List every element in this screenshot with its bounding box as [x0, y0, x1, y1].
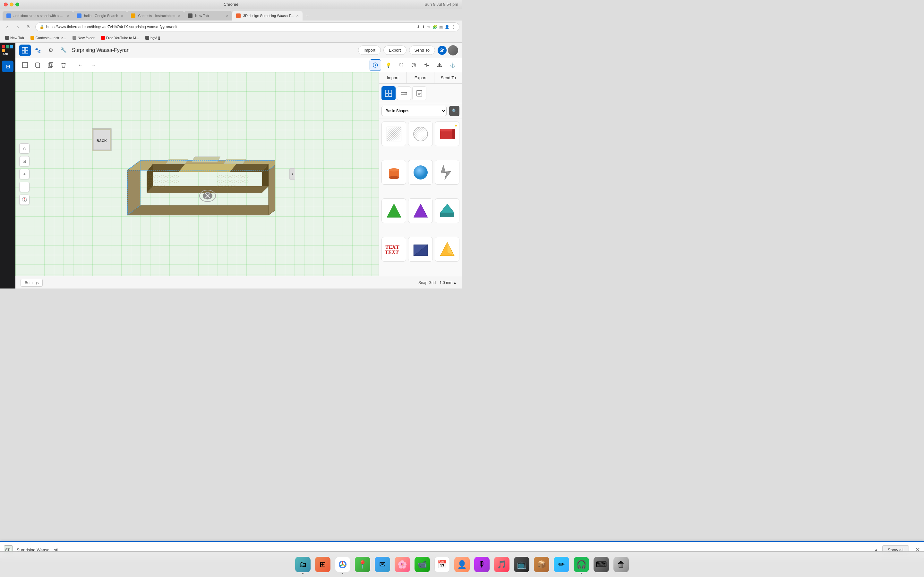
user-avatar[interactable] [448, 45, 458, 55]
grid-view-icon[interactable] [19, 45, 31, 56]
bookmark-label-5: bgv\ [] [150, 36, 160, 40]
shape-teal-roof[interactable] [435, 198, 459, 223]
zoom-in-button[interactable]: + [19, 169, 29, 179]
left-controls: ⌂ ⊡ + − [19, 143, 29, 205]
shape-lightning[interactable] [435, 160, 459, 185]
svg-marker-60 [217, 180, 224, 183]
address-bar[interactable]: 🔒 https://www.tinkercad.com/things/aeZvH… [35, 23, 459, 31]
ring-tool[interactable] [408, 59, 420, 71]
duplicate-tool[interactable] [45, 59, 57, 71]
shape-text[interactable]: TEXT TEXT [381, 237, 406, 261]
traffic-lights [4, 3, 19, 6]
profile-icon[interactable]: 👤 [445, 25, 449, 29]
tab-close-2[interactable]: ✕ [121, 14, 123, 18]
panel-collapse-arrow[interactable]: › [289, 168, 295, 180]
browser-tab-1[interactable]: and xbox sires s stand with a c... ✕ [3, 11, 73, 21]
sidebar-icon[interactable]: ▤ [439, 25, 443, 29]
paw-icon[interactable]: 🐾 [32, 45, 44, 56]
shapes-export-button[interactable]: Export [407, 72, 435, 83]
send-to-button[interactable]: Send To [409, 45, 435, 55]
tab-close-4[interactable]: ✕ [226, 14, 228, 18]
shape-purple-pyramid[interactable] [408, 198, 433, 223]
tab-close-1[interactable]: ✕ [67, 14, 69, 18]
svg-marker-64 [243, 180, 249, 183]
svg-marker-47 [160, 175, 166, 178]
ruler-category-button[interactable] [397, 86, 411, 100]
tab-close-5[interactable]: ✕ [296, 14, 299, 18]
category-dropdown[interactable]: Basic Shapes [381, 106, 447, 116]
bookmark-icon[interactable]: ☆ [427, 25, 431, 29]
svg-point-21 [399, 63, 403, 67]
shape-yellow-pyramid[interactable] [435, 237, 459, 261]
add-user-button[interactable] [438, 46, 447, 55]
tab-title-4: New Tab [195, 14, 223, 18]
tinkercad-logo[interactable]: CAD [2, 45, 13, 57]
close-window-button[interactable] [4, 3, 8, 6]
lasso-tool[interactable] [395, 59, 407, 71]
viewport[interactable]: BACK [15, 72, 379, 276]
tab-title-1: and xbox sires s stand with a c... [13, 14, 64, 18]
browser-tab-3[interactable]: Contests - Instructables ✕ [127, 11, 184, 21]
redo-tool[interactable]: → [87, 59, 99, 71]
snap-grid-value[interactable]: 1.0 mm ▲ [439, 280, 457, 285]
shape-green-pyramid[interactable] [381, 198, 406, 223]
svg-text:CAD: CAD [3, 53, 8, 55]
bookmark-new-folder[interactable]: New folder [70, 35, 97, 40]
shape-box-hole[interactable] [381, 121, 406, 146]
home-view-button[interactable]: ⌂ [19, 143, 29, 153]
bookmark-bgv[interactable]: bgv\ [] [143, 35, 163, 40]
tinkercad-left-sidebar: CAD ⊞ [0, 43, 15, 288]
svg-point-102 [389, 176, 399, 179]
share-icon[interactable]: ⬆ [422, 25, 425, 29]
back-button[interactable]: ‹ [3, 23, 11, 31]
shape-blue-wedge[interactable] [408, 237, 433, 261]
tab-close-3[interactable]: ✕ [178, 14, 180, 18]
export-button[interactable]: Export [383, 45, 407, 55]
anchor-tool[interactable]: ⚓ [447, 59, 458, 71]
svg-rect-81 [385, 93, 388, 97]
bookmark-youtube[interactable]: Free YouTube to M... [99, 35, 142, 40]
shapes-send-to-button[interactable]: Send To [435, 72, 462, 83]
bookmark-contests[interactable]: Contests - Instruc... [28, 35, 69, 40]
shape-orange-cylinder[interactable] [381, 160, 406, 185]
sidebar-home-icon[interactable]: ⊞ [2, 61, 13, 72]
camera-tool[interactable] [370, 59, 381, 71]
reload-button[interactable]: ↻ [24, 23, 33, 31]
browser-tab-2[interactable]: hello - Google Search ✕ [73, 11, 127, 21]
fit-view-button[interactable]: ⊡ [19, 156, 29, 166]
import-button[interactable]: Import [358, 45, 381, 55]
align-tool[interactable] [421, 59, 433, 71]
notes-category-button[interactable] [412, 86, 426, 100]
search-button[interactable]: 🔍 [449, 106, 459, 116]
shape-cylinder-hole[interactable] [408, 121, 433, 146]
workplane-tool[interactable] [19, 59, 31, 71]
forward-button[interactable]: › [13, 23, 23, 31]
settings-button[interactable]: Settings [21, 279, 43, 287]
browser-tab-4[interactable]: New Tab ✕ [184, 11, 232, 21]
svg-marker-71 [166, 159, 188, 164]
canvas: BACK [15, 72, 379, 276]
undo-tool[interactable]: ← [75, 59, 86, 71]
mirror-tool[interactable] [434, 59, 445, 71]
zoom-out-button[interactable]: − [19, 182, 29, 192]
maximize-window-button[interactable] [15, 3, 19, 6]
new-tab-button[interactable]: + [302, 11, 312, 21]
extensions-icon[interactable]: 🧩 [433, 25, 437, 29]
bookmark-new-tab[interactable]: New Tab [3, 35, 27, 40]
svg-rect-99 [452, 129, 455, 139]
shapes-import-button[interactable]: Import [379, 72, 407, 83]
code-icon[interactable]: ⚙ [45, 45, 57, 56]
download-page-icon[interactable]: ⬇ [417, 25, 420, 29]
menu-icon[interactable]: ⋮ [451, 25, 455, 29]
browser-tab-5[interactable]: 3D design Surprising Waasa-F... ✕ [232, 11, 302, 21]
bulb-tool[interactable]: 💡 [383, 59, 394, 71]
shape-blue-sphere[interactable] [408, 160, 433, 185]
copy-tool[interactable] [32, 59, 44, 71]
grid-category-button[interactable] [381, 86, 396, 100]
svg-rect-98 [440, 129, 452, 131]
shape-red-box[interactable]: ★ [435, 121, 459, 146]
delete-tool[interactable] [58, 59, 69, 71]
tools-icon[interactable]: 🔧 [58, 45, 69, 56]
compass-button[interactable] [19, 195, 29, 205]
minimize-window-button[interactable] [10, 3, 13, 6]
